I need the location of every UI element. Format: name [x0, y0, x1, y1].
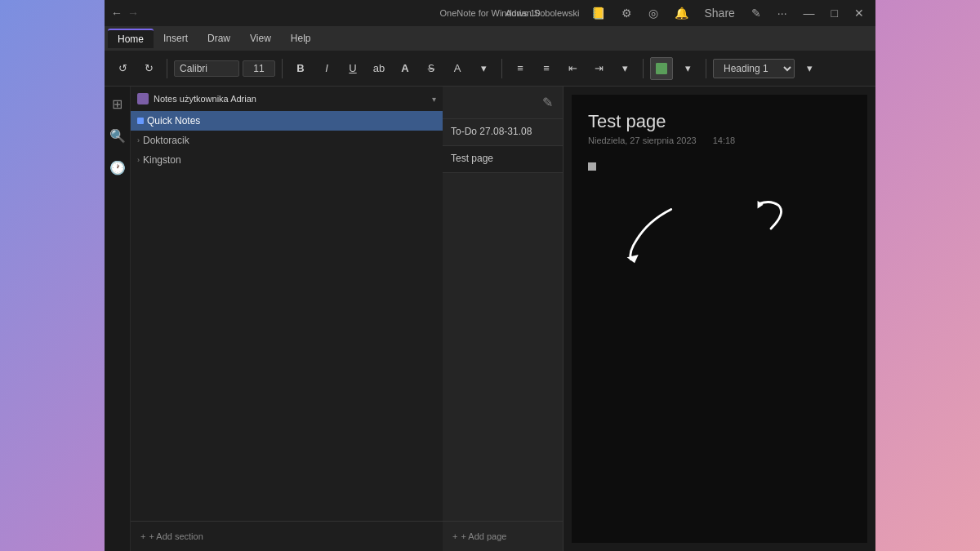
expand-arrow-icon: ›	[137, 136, 140, 144]
page-canvas: Test page Niedziela, 27 sierpnia 2023 14…	[572, 95, 867, 543]
search-icon[interactable]: 🔍	[106, 125, 129, 147]
page-date-time: 14:18	[713, 136, 736, 145]
strikethrough-button[interactable]: S̶	[420, 57, 443, 80]
menu-tab-help[interactable]: Help	[281, 29, 321, 47]
close-button[interactable]: ✕	[849, 7, 869, 20]
pages-bottom: + + Add page	[443, 521, 563, 551]
italic-button[interactable]: I	[315, 57, 338, 80]
menu-tab-home[interactable]: Home	[108, 29, 154, 48]
font-name-input[interactable]	[174, 60, 239, 77]
section-dot-icon	[137, 118, 144, 124]
share-button[interactable]: Share	[700, 7, 740, 20]
toolbar-separator-1	[167, 59, 167, 78]
notebook-name: Notes użytkownika Adrian	[154, 94, 427, 104]
sidebar-bottom: + + Add section	[131, 521, 443, 551]
toolbar-separator-5	[706, 59, 706, 78]
more-button[interactable]: ···	[773, 7, 792, 20]
notebook-arrow-icon: ▾	[432, 95, 436, 104]
settings-icon-btn[interactable]: ⚙	[617, 7, 637, 20]
text-format-button[interactable]: A	[446, 57, 469, 80]
sidebar-section-doktoracik[interactable]: › Doktoracik	[131, 131, 443, 150]
toolbar-separator-3	[501, 59, 502, 78]
main-area: ⊞ 🔍 🕐 Notes użytkownika Adrian ▾ Quick N…	[105, 87, 875, 551]
plus-icon: +	[452, 531, 457, 541]
page-title-test: Test page	[451, 153, 555, 164]
notebook-color-icon	[137, 93, 149, 104]
font-size-input[interactable]	[243, 60, 275, 77]
page-title-todo: To-Do 27.08-31.08	[451, 126, 555, 137]
pages-header: ✎	[443, 87, 563, 119]
plus-icon: +	[140, 531, 145, 541]
pages-panel: ✎ To-Do 27.08-31.08 Test page + + Add pa…	[443, 87, 564, 551]
minimize-button[interactable]: —	[799, 7, 820, 20]
add-section-label: + Add section	[149, 531, 203, 541]
page-date-line: Niedziela, 27 sierpnia 2023 14:18	[588, 136, 851, 145]
titlebar: ← → OneNote for Windows 10 Adrian Sobole…	[105, 0, 875, 26]
underline-button[interactable]: U	[341, 57, 364, 80]
add-section-button[interactable]: + + Add section	[137, 528, 436, 544]
pages-edit-icon[interactable]: ✎	[539, 91, 556, 113]
bold-button[interactable]: B	[289, 57, 312, 80]
menubar: Home Insert Draw View Help	[105, 26, 875, 51]
indent-decrease-button[interactable]: ⇤	[561, 57, 584, 80]
menu-tab-draw[interactable]: Draw	[198, 29, 240, 47]
undo-button[interactable]: ↺	[111, 57, 134, 80]
sidebar-section-quick-notes[interactable]: Quick Notes	[131, 111, 443, 131]
highlight-button[interactable]: ab	[368, 57, 390, 80]
heading-dropdown-button[interactable]: ▾	[798, 57, 821, 80]
cursor-icon	[588, 162, 596, 171]
editor-area[interactable]: Test page Niedziela, 27 sierpnia 2023 14…	[564, 87, 875, 551]
cursor-position	[588, 162, 851, 173]
toolbar: ↺ ↻ B I U ab A S̶ A ▾ ≡ ≡ ⇤ ⇥ ▾ ▾ Headin…	[105, 51, 875, 87]
bell-icon-btn[interactable]: 🔔	[670, 7, 693, 20]
toolbar-separator-4	[643, 59, 644, 78]
redo-button[interactable]: ↻	[137, 57, 160, 80]
format-dropdown-button[interactable]: ▾	[472, 57, 495, 80]
indent-increase-button[interactable]: ⇥	[587, 57, 610, 80]
back-button[interactable]: ←	[111, 7, 122, 20]
sidebar-section-kingston[interactable]: › Kingston	[131, 150, 443, 170]
notebook-header[interactable]: Notes użytkownika Adrian ▾	[131, 87, 443, 111]
page-heading: Test page	[588, 111, 851, 132]
numbered-button[interactable]: ≡	[535, 57, 558, 80]
checkbox-dropdown-button[interactable]: ▾	[676, 57, 699, 80]
text-color-button[interactable]: A	[394, 57, 416, 80]
pages-list: To-Do 27.08-31.08 Test page	[443, 119, 563, 521]
edit-button[interactable]: ✎	[746, 7, 766, 20]
todo-checkbox-button[interactable]	[650, 57, 673, 80]
sidebar: Notes użytkownika Adrian ▾ Quick Notes ›…	[131, 87, 443, 551]
page-date-day: Niedziela, 27 sierpnia 2023	[588, 136, 697, 145]
location-icon-btn[interactable]: ◎	[644, 7, 663, 20]
page-item-test[interactable]: Test page	[443, 146, 563, 173]
recent-icon[interactable]: 🕐	[106, 157, 129, 179]
align-dropdown-button[interactable]: ▾	[613, 57, 636, 80]
page-item-todo[interactable]: To-Do 27.08-31.08	[443, 119, 563, 146]
heading-select[interactable]: Heading 1 Heading 2 Normal	[713, 59, 795, 78]
page-content: Test page Niedziela, 27 sierpnia 2023 14…	[572, 95, 867, 189]
section-label: Quick Notes	[147, 115, 200, 127]
notebook-icon-btn[interactable]: 📒	[586, 7, 610, 20]
toolbar-separator-2	[282, 59, 283, 78]
app-title: OneNote for Windows 10	[440, 8, 541, 18]
sidebar-icon-strip: ⊞ 🔍 🕐	[105, 87, 131, 551]
menu-tab-view[interactable]: View	[240, 29, 281, 47]
add-page-button[interactable]: + + Add page	[449, 528, 556, 544]
section-label: Kingston	[143, 154, 181, 166]
sections-icon[interactable]: ⊞	[109, 93, 126, 115]
section-label: Doktoracik	[143, 135, 189, 146]
menu-tab-insert[interactable]: Insert	[154, 29, 198, 47]
expand-arrow-icon: ›	[137, 156, 140, 164]
maximize-button[interactable]: □	[826, 7, 843, 20]
forward-button[interactable]: →	[127, 7, 139, 20]
add-page-label: + Add page	[461, 531, 506, 541]
bullets-button[interactable]: ≡	[509, 57, 532, 80]
checkbox-icon	[656, 63, 667, 74]
